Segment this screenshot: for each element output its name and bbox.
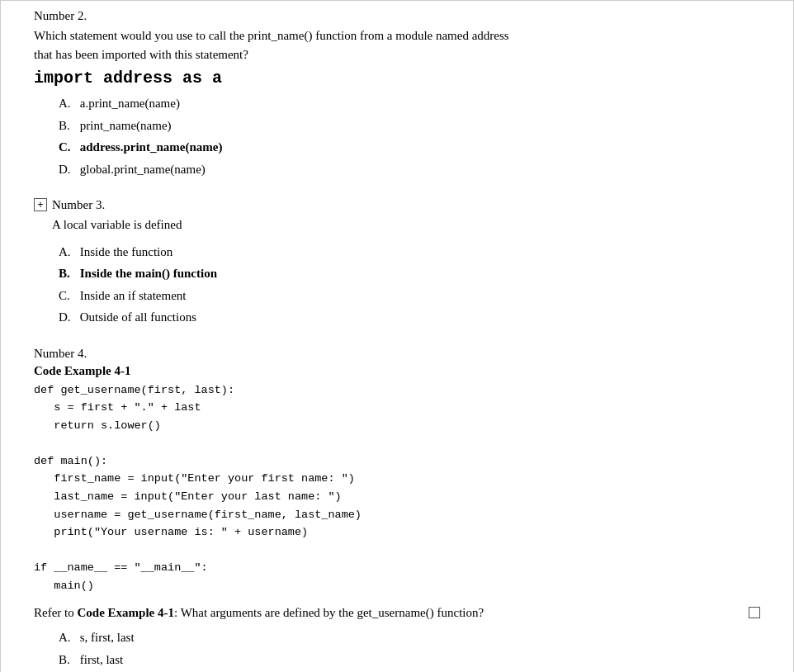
- q4-code-title: Code Example 4-1: [34, 364, 760, 378]
- list-item: B. Inside the main() function: [59, 264, 760, 283]
- list-item: C. Inside an if statement: [59, 286, 760, 305]
- q2-number: Number 2.: [34, 9, 760, 23]
- question-2: Number 2. Which statement would you use …: [34, 9, 760, 178]
- list-item: B. first, last: [59, 651, 760, 670]
- list-item: D. global.print_name(name): [59, 160, 760, 179]
- q2-text1: Which statement would you use to call th…: [34, 26, 760, 64]
- q4-code-ref: Code Example 4-1: [77, 606, 174, 619]
- q4-number: Number 4.: [34, 347, 760, 361]
- q3-answers: A. Inside the function B. Inside the mai…: [34, 243, 760, 327]
- list-item: C. address.print_name(name): [59, 138, 760, 157]
- q2-code: import address as a: [34, 69, 760, 88]
- list-item: B. print_name(name): [59, 116, 760, 135]
- question-3: + Number 3. A local variable is defined …: [34, 198, 760, 327]
- q3-number: Number 3.: [52, 198, 182, 212]
- list-item: A. a.print_name(name): [59, 94, 760, 113]
- list-item: D. Outside of all functions: [59, 308, 760, 327]
- list-item: A. Inside the function: [59, 243, 760, 262]
- q2-answers: A. a.print_name(name) B. print_name(name…: [34, 94, 760, 178]
- checkbox[interactable]: [749, 607, 760, 618]
- q4-answers: A. s, first, last B. first, last C. user…: [34, 628, 760, 672]
- q4-code-block: def get_username(first, last): s = first…: [34, 381, 760, 595]
- collapse-icon[interactable]: +: [34, 198, 47, 211]
- question-4: Number 4. Code Example 4-1 def get_usern…: [34, 347, 760, 673]
- q4-refer: Refer to Code Example 4-1: What argument…: [34, 603, 760, 622]
- list-item: A. s, first, last: [59, 628, 760, 647]
- q3-text: A local variable is defined: [52, 215, 182, 234]
